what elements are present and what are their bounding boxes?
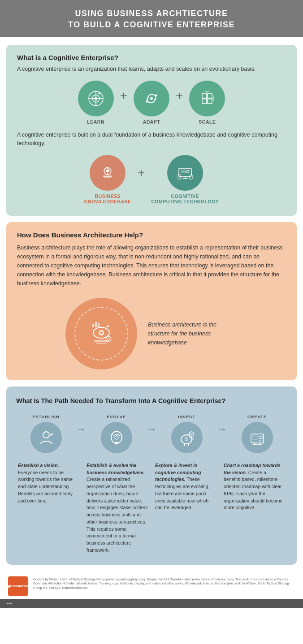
- establish-desc-title: Establish a vision.: [18, 463, 59, 468]
- create-icon-row: [227, 422, 287, 453]
- svg-rect-8: [202, 99, 207, 103]
- svg-text:$: $: [190, 433, 192, 436]
- page-header: USING BUSINESS ARCHTIECTURE TO BUILD A C…: [0, 0, 303, 37]
- section1-description: A cognitive enterprise is an organizatio…: [17, 65, 286, 73]
- evolve-step: EVOLVE: [87, 414, 146, 453]
- evolve-desc: Establish & evolve the business knowledg…: [85, 462, 150, 554]
- evolve-label: EVOLVE: [107, 414, 126, 419]
- evolve-icon-row: [87, 422, 146, 453]
- svg-rect-9: [208, 99, 212, 103]
- create-circle: [242, 422, 273, 453]
- bk-circle: [90, 155, 126, 191]
- svg-rect-32: [95, 322, 97, 327]
- learn-adapt-scale-row: LEARN + ADAPT +: [17, 81, 286, 125]
- arrow3: →: [216, 423, 227, 444]
- establish-desc: Establish a vision. Everyone needs to be…: [16, 462, 81, 554]
- evolve-circle: [101, 422, 132, 453]
- establish-step: ESTABLISH: [16, 414, 76, 453]
- establish-circle: [30, 422, 62, 453]
- section2-description: Business architecture plays the role of …: [17, 243, 286, 288]
- scale-label: SCALE: [199, 119, 216, 125]
- section-cognitive-enterprise: What is a Cognitive Enterprise? A cognit…: [6, 45, 297, 215]
- path-descriptions-grid: Establish a vision. Everyone needs to be…: [16, 458, 287, 554]
- bk-icon-item: BUSINESSKNOWLEDGEBASE: [84, 155, 131, 204]
- establish-label: ESTABLISH: [32, 414, 59, 419]
- cct-circle: [167, 155, 203, 191]
- footer: s2etransformation Content by William Ulr…: [0, 571, 303, 599]
- svg-point-30: [100, 331, 103, 334]
- svg-point-5: [150, 97, 153, 100]
- s2e-logo: s2etransformation: [8, 576, 28, 596]
- svg-rect-6: [202, 94, 207, 98]
- evolve-desc-text: Create a rationalized perspective of wha…: [87, 477, 148, 553]
- scale-icon-item: SCALE: [189, 81, 225, 125]
- ba-visual: Business architecture is the structure f…: [17, 298, 286, 369]
- svg-rect-36: [96, 343, 107, 344]
- path-icons-row: ESTABLISH → EVOLVE: [16, 414, 287, 453]
- adapt-circle: [134, 81, 169, 116]
- adapt-label: ADAPT: [143, 119, 160, 125]
- cct-icon-item: COGNITIVECOMPUTING TECHNOLOGY: [151, 155, 219, 204]
- section3-title: What Is The Path Needed To Transform Int…: [16, 396, 287, 405]
- evolve-desc-title: Establish & evolve the business knowledg…: [87, 463, 145, 475]
- section-ba-help: How Does Business Architecture Help? Bus…: [6, 222, 297, 380]
- create-step: CREATE: [227, 414, 287, 453]
- plus1: +: [120, 89, 127, 116]
- header-title: USING BUSINESS ARCHTIECTURE TO BUILD A C…: [18, 8, 285, 30]
- svg-rect-26: [178, 175, 181, 179]
- svg-rect-18: [103, 176, 112, 177]
- svg-rect-7: [208, 94, 212, 98]
- bk-label: BUSINESSKNOWLEDGEBASE: [84, 193, 131, 204]
- learn-circle: [78, 81, 114, 116]
- ba-circle: [65, 298, 137, 369]
- svg-text:$: $: [185, 437, 188, 442]
- svg-rect-21: [181, 170, 186, 173]
- create-label: CREATE: [247, 414, 267, 419]
- arrow2: →: [146, 423, 157, 444]
- plus2: +: [176, 89, 183, 116]
- learn-label: LEARN: [87, 119, 104, 125]
- learn-icon-item: LEARN: [78, 81, 114, 125]
- svg-rect-31: [92, 324, 94, 327]
- foundation-text: A cognitive enterprise is built on a dua…: [17, 131, 286, 148]
- invest-circle: $ $: [171, 422, 203, 453]
- establish-icon-row: [16, 422, 76, 453]
- invest-icon-row: $ $: [157, 422, 216, 453]
- plus3: +: [138, 166, 145, 193]
- scale-circle: [189, 81, 225, 116]
- create-desc: Chart a roadmap towards the vision. Crea…: [222, 462, 287, 554]
- svg-point-38: [107, 338, 110, 340]
- svg-rect-43: [185, 434, 188, 435]
- ba-quote: Business architecture is the structure f…: [148, 320, 238, 347]
- bottom-bar: ●●●: [0, 599, 303, 608]
- invest-label: INVEST: [178, 414, 195, 419]
- svg-rect-33: [98, 323, 100, 327]
- svg-rect-48: [253, 436, 257, 439]
- adapt-icon-item: ADAPT: [134, 81, 169, 125]
- footer-logo-area: s2etransformation: [8, 576, 28, 596]
- svg-rect-19: [104, 177, 111, 178]
- create-desc-text: Create a benefits-based, milestone-orien…: [224, 470, 282, 511]
- section1-title: What is a Cognitive Enterprise?: [17, 54, 286, 61]
- establish-desc-text: Everyone needs to be working towards the…: [18, 470, 73, 503]
- foundation-icons-row: BUSINESSKNOWLEDGEBASE + COGNITIVECOMPUTI…: [17, 155, 286, 204]
- section2-title: How Does Business Architecture Help?: [17, 231, 286, 239]
- svg-point-39: [43, 432, 49, 438]
- cct-label: COGNITIVECOMPUTING TECHNOLOGY: [151, 193, 219, 204]
- footer-disclaimer: Content by William Ulrich of Tactical St…: [33, 576, 295, 590]
- section-path: What Is The Path Needed To Transform Int…: [6, 386, 297, 565]
- ba-circle-inner: [74, 307, 128, 361]
- arrow1: →: [76, 423, 87, 444]
- svg-point-40: [115, 436, 118, 439]
- svg-rect-27: [190, 175, 192, 179]
- svg-point-42: [189, 437, 190, 438]
- invest-desc: Explore & invest in cognitive computing …: [153, 462, 218, 554]
- bottom-bar-text: ●●●: [6, 601, 12, 605]
- invest-step: INVEST $: [157, 414, 216, 453]
